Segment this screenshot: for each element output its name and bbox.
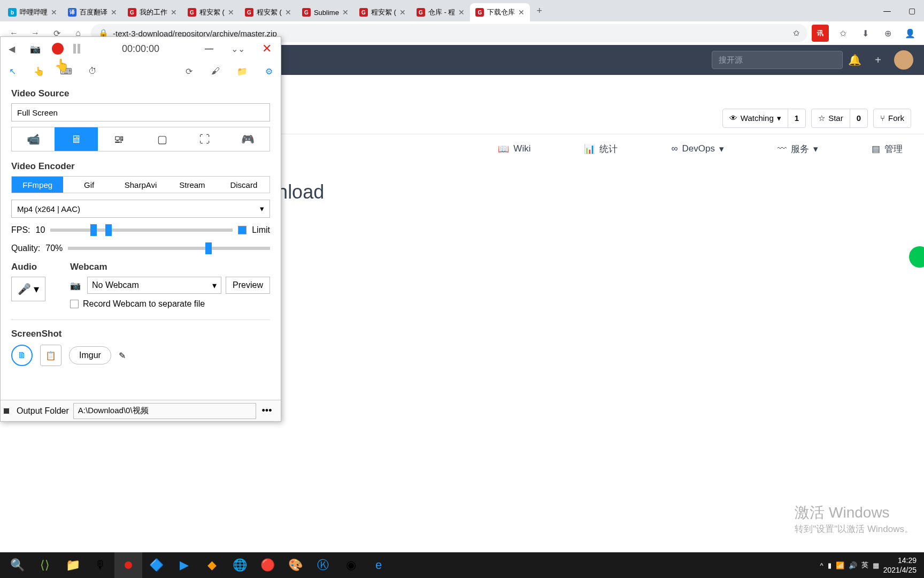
tab-close-icon[interactable]: ✕ bbox=[228, 8, 234, 17]
window-minimize[interactable]: — bbox=[875, 0, 899, 21]
taskbar-app-8[interactable]: Ⓚ bbox=[309, 552, 337, 578]
collections-icon[interactable]: ⊕ bbox=[879, 25, 896, 42]
taskbar-steam[interactable]: ◉ bbox=[337, 552, 365, 578]
tab-baidu-translate[interactable]: 译百度翻译✕ bbox=[63, 3, 122, 21]
tab-gitee-download[interactable]: G下载仓库✕ bbox=[470, 3, 530, 21]
quality-slider[interactable] bbox=[68, 247, 270, 250]
taskbar-app-5[interactable]: ◆ bbox=[198, 552, 226, 578]
encoder-tab-discard[interactable]: Discard bbox=[218, 177, 270, 193]
tab-devops[interactable]: ∞DevOps ▾ bbox=[671, 143, 724, 155]
taskbar-app-2[interactable]: 🎙 bbox=[87, 552, 114, 578]
tab-close-icon[interactable]: ✕ bbox=[285, 8, 291, 17]
tab-manage[interactable]: ▤管理 bbox=[872, 143, 903, 155]
imgur-button[interactable]: Imgur bbox=[69, 346, 111, 364]
source-monitor-icon[interactable]: 🖳 bbox=[98, 127, 141, 151]
profile-icon[interactable]: 👤 bbox=[902, 25, 919, 42]
captura-titlebar[interactable]: ◀ 📷 00:00:00 — ⌄⌄ ✕ bbox=[1, 37, 281, 60]
clock[interactable]: 14:29 2021/4/25 bbox=[883, 556, 917, 575]
timer-icon[interactable]: ⏱ bbox=[86, 65, 99, 78]
tray-battery-icon[interactable]: ▮ bbox=[828, 561, 831, 569]
record-button[interactable] bbox=[52, 43, 64, 55]
tray-network-icon[interactable]: 📶 bbox=[836, 561, 844, 569]
encoder-tab-stream[interactable]: Stream bbox=[166, 177, 218, 193]
screenshot-icon[interactable]: 📷 bbox=[28, 42, 42, 56]
tab-wiki[interactable]: 📖Wiki bbox=[498, 143, 530, 155]
create-icon[interactable]: + bbox=[866, 48, 890, 72]
extension-icon[interactable]: 讯 bbox=[812, 25, 829, 42]
preview-button[interactable]: Preview bbox=[226, 277, 270, 294]
new-tab-button[interactable]: + bbox=[530, 5, 549, 17]
tab-gitee-3[interactable]: G程安絮 (✕ bbox=[240, 3, 297, 21]
source-camera-icon[interactable]: 📹 bbox=[12, 127, 55, 151]
tray-chevron-icon[interactable]: ^ bbox=[820, 561, 823, 569]
fork-button[interactable]: ⑂Fork bbox=[873, 109, 911, 128]
taskbar-app-6[interactable]: 🔴 bbox=[253, 552, 281, 578]
pause-button[interactable] bbox=[73, 44, 82, 54]
source-region-icon[interactable]: ⛶ bbox=[183, 127, 226, 151]
tab-gitee-1[interactable]: G我的工作✕ bbox=[122, 3, 182, 21]
tray-input-icon[interactable]: ▦ bbox=[873, 561, 879, 569]
tab-close-icon[interactable]: ✕ bbox=[518, 8, 525, 17]
watching-button[interactable]: 👁Watching▾ 1 bbox=[722, 109, 806, 128]
cursor-icon[interactable]: ↖ bbox=[6, 65, 19, 78]
taskbar-app-7[interactable]: 🎨 bbox=[281, 552, 309, 578]
codec-select[interactable]: Mp4 (x264 | AAC)▾ bbox=[11, 200, 270, 218]
tray-volume-icon[interactable]: 🔊 bbox=[849, 561, 857, 569]
keyboard-icon[interactable]: ⌨ bbox=[59, 65, 72, 78]
taskbar-captura[interactable] bbox=[114, 552, 142, 578]
tab-close-icon[interactable]: ✕ bbox=[111, 8, 117, 17]
screenshot-clipboard-button[interactable]: 📋 bbox=[40, 345, 61, 366]
window-maximize[interactable]: ▢ bbox=[899, 0, 924, 21]
star-button[interactable]: ☆Star 0 bbox=[811, 109, 868, 128]
tab-gitee-4[interactable]: GSublime✕ bbox=[297, 3, 354, 21]
click-icon[interactable]: 👆 bbox=[33, 65, 45, 78]
record-separate-checkbox[interactable] bbox=[70, 300, 79, 308]
avatar[interactable] bbox=[894, 50, 913, 70]
tab-gitee-6[interactable]: G仓库 - 程✕ bbox=[411, 3, 471, 21]
tab-stats[interactable]: 📊统计 bbox=[584, 143, 618, 155]
encoder-tab-gif[interactable]: Gif bbox=[63, 177, 114, 193]
downloads-icon[interactable]: ⬇ bbox=[857, 25, 874, 42]
video-source-select[interactable]: Full Screen bbox=[11, 103, 270, 121]
gear-icon[interactable]: ⚙ bbox=[263, 65, 275, 78]
ime-indicator[interactable]: 英 bbox=[861, 560, 868, 570]
taskbar-search-icon[interactable]: 🔍 bbox=[3, 552, 31, 578]
taskbar-app-3[interactable]: 🔷 bbox=[142, 552, 170, 578]
taskbar-app-4[interactable]: ▶ bbox=[170, 552, 198, 578]
taskbar-app-1[interactable]: ⟨⟩ bbox=[31, 552, 59, 578]
edit-icon[interactable]: ✎ bbox=[119, 351, 126, 361]
more-button[interactable]: ••• bbox=[256, 405, 278, 416]
encoder-tab-ffmpeg[interactable]: FFmpeg bbox=[12, 177, 63, 193]
tab-service[interactable]: 〰服务 ▾ bbox=[777, 143, 818, 155]
back-icon[interactable]: ◀ bbox=[5, 42, 19, 56]
taskbar-ie[interactable]: e bbox=[365, 552, 392, 578]
refresh-icon[interactable]: ⟳ bbox=[182, 65, 195, 78]
tab-close-icon[interactable]: ✕ bbox=[342, 8, 349, 17]
minimize-button[interactable]: — bbox=[199, 39, 219, 58]
screenshot-disk-button[interactable]: 🗎 bbox=[11, 345, 33, 366]
expand-button[interactable]: ⌄⌄ bbox=[228, 39, 248, 58]
fps-slider[interactable] bbox=[50, 229, 233, 232]
brush-icon[interactable]: 🖌 bbox=[209, 65, 222, 78]
tab-close-icon[interactable]: ✕ bbox=[399, 8, 406, 17]
webcam-select[interactable]: No Webcam▾ bbox=[87, 277, 221, 294]
tab-gitee-5[interactable]: G程安絮 (✕ bbox=[354, 3, 411, 21]
close-button[interactable]: ✕ bbox=[257, 39, 276, 58]
tab-close-icon[interactable]: ✕ bbox=[171, 8, 177, 17]
favorite-icon[interactable]: ✩ bbox=[793, 28, 800, 38]
encoder-tab-sharpavi[interactable]: SharpAvi bbox=[115, 177, 166, 193]
folder-icon[interactable]: 📁 bbox=[236, 65, 249, 78]
tab-close-icon[interactable]: ✕ bbox=[51, 8, 57, 17]
taskbar-edge[interactable]: 🌐 bbox=[226, 552, 253, 578]
favorites-list-icon[interactable]: ✩ bbox=[834, 25, 851, 42]
source-game-icon[interactable]: 🎮 bbox=[227, 127, 270, 151]
mic-button[interactable]: 🎤 ▾ bbox=[11, 277, 45, 301]
source-screen-icon[interactable]: 🖥 bbox=[55, 127, 97, 151]
search-input[interactable]: 搜开源 bbox=[712, 51, 843, 69]
taskbar-explorer[interactable]: 📁 bbox=[59, 552, 87, 578]
limit-checkbox[interactable] bbox=[238, 226, 247, 234]
tab-gitee-2[interactable]: G程安絮 (✕ bbox=[182, 3, 240, 21]
output-folder-path[interactable]: A:\Download\0\视频 bbox=[73, 403, 256, 419]
tab-close-icon[interactable]: ✕ bbox=[458, 8, 465, 17]
tab-bilibili[interactable]: b哔哩哔哩✕ bbox=[3, 3, 63, 21]
